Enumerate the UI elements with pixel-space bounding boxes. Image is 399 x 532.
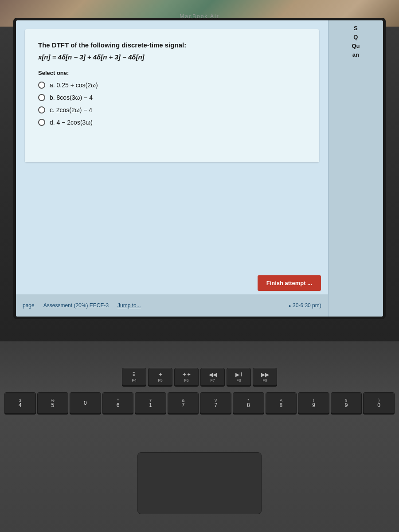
option-d-text: d. 4 − 2cos(3ω) bbox=[50, 119, 93, 126]
key-9-paren[interactable]: ( 9 bbox=[298, 392, 329, 414]
option-a[interactable]: a. 0.25 + cos(2ω) bbox=[38, 82, 306, 89]
jump-to-link[interactable]: Jump to... bbox=[117, 302, 141, 309]
option-b-text: b. 8cos(3ω) − 4 bbox=[50, 94, 93, 101]
f9-label: F9 bbox=[262, 378, 267, 383]
f8-icon: ▶II bbox=[235, 372, 243, 378]
page-label: page bbox=[23, 302, 35, 309]
time-display: ⬥ 30-6:30 pm) bbox=[288, 302, 321, 309]
f8-label: F8 bbox=[236, 378, 241, 383]
key-5-percent[interactable]: % 5 bbox=[37, 392, 69, 414]
select-one-label: Select one: bbox=[38, 70, 306, 76]
fn-key-f9[interactable]: ▶▶ F9 bbox=[253, 368, 277, 386]
screen-content: The DTFT of the following discrete-time … bbox=[16, 20, 383, 317]
number-row: $ 4 % 5 0 ^ 6 7 1 & 7 V 7 * 8 bbox=[4, 392, 395, 414]
f5-icon: ✦ bbox=[158, 372, 163, 378]
options-list: a. 0.25 + cos(2ω) b. 8cos(3ω) − 4 c. 2co… bbox=[38, 82, 306, 126]
quiz-card: The DTFT of the following discrete-time … bbox=[25, 29, 319, 162]
f5-label: F5 bbox=[158, 378, 163, 383]
key-4-dollar[interactable]: $ 4 bbox=[4, 392, 36, 414]
fn-key-f7[interactable]: ◀◀ F7 bbox=[200, 368, 225, 386]
screen-bottom-bar: page Assessment (20%) EECE-3 Jump to... … bbox=[16, 294, 328, 317]
fn-key-row: ⠿ F4 ✦ F5 ✦✦ F6 ◀◀ F7 ▶II F8 ▶▶ F9 bbox=[9, 368, 390, 386]
screen-bezel: The DTFT of the following discrete-time … bbox=[13, 18, 386, 319]
radio-c[interactable] bbox=[38, 106, 45, 113]
option-d[interactable]: d. 4 − 2cos(3ω) bbox=[38, 119, 306, 126]
macbook-label: MacBook Air bbox=[180, 13, 219, 20]
right-sidebar: S Q Qu an bbox=[328, 20, 383, 317]
question-title: The DTFT of the following discrete-time … bbox=[38, 40, 306, 50]
sidebar-letter-s: S bbox=[354, 25, 358, 31]
f6-icon: ✦✦ bbox=[182, 372, 191, 378]
finish-attempt-button[interactable]: Finish attempt ... bbox=[258, 275, 321, 291]
key-6-caret[interactable]: ^ 6 bbox=[102, 392, 134, 414]
fn-key-f5[interactable]: ✦ F5 bbox=[148, 368, 172, 386]
sidebar-letter-an: an bbox=[352, 51, 359, 58]
sidebar-letter-qu: Qu bbox=[352, 43, 360, 49]
fn-key-f6[interactable]: ✦✦ F6 bbox=[174, 368, 199, 386]
f7-label: F7 bbox=[210, 378, 215, 383]
option-b[interactable]: b. 8cos(3ω) − 4 bbox=[38, 94, 306, 101]
key-7-ampersand[interactable]: & 7 bbox=[168, 392, 199, 414]
f6-label: F6 bbox=[184, 378, 189, 383]
radio-d[interactable] bbox=[38, 119, 45, 126]
fn-key-f8[interactable]: ▶II F8 bbox=[227, 368, 251, 386]
option-c[interactable]: c. 2cos(2ω) − 4 bbox=[38, 106, 306, 113]
f4-label: F4 bbox=[132, 378, 137, 383]
key-8-lambda[interactable]: Λ 8 bbox=[266, 392, 297, 414]
f4-icon: ⠿ bbox=[132, 372, 136, 378]
fn-key-f4[interactable]: ⠿ F4 bbox=[122, 368, 146, 386]
radio-b[interactable] bbox=[38, 94, 45, 101]
key-9-9[interactable]: 9 9 bbox=[331, 392, 362, 414]
key-8-star[interactable]: * 8 bbox=[233, 392, 264, 414]
key-7-1[interactable]: 7 1 bbox=[135, 392, 166, 414]
question-equation: x[n] = 4δ[n − 3] + 4δ[n + 3] − 4δ[n] bbox=[38, 53, 306, 61]
f7-icon: ◀◀ bbox=[209, 372, 217, 378]
keyboard-area: ⠿ F4 ✦ F5 ✦✦ F6 ◀◀ F7 ▶II F8 ▶▶ F9 $ 4 bbox=[0, 341, 399, 532]
key-0-close-paren[interactable]: ) 0 bbox=[363, 392, 395, 414]
assessment-text: Assessment (20%) EECE-3 bbox=[43, 302, 109, 309]
trackpad[interactable] bbox=[137, 452, 262, 514]
option-a-text: a. 0.25 + cos(2ω) bbox=[50, 82, 98, 89]
f9-icon: ▶▶ bbox=[261, 372, 269, 378]
quiz-area: The DTFT of the following discrete-time … bbox=[16, 20, 328, 317]
key-5-0[interactable]: 0 bbox=[70, 392, 101, 414]
sidebar-letter-q: Q bbox=[353, 34, 358, 40]
key-v-7[interactable]: V 7 bbox=[200, 392, 231, 414]
radio-a[interactable] bbox=[38, 82, 45, 89]
option-c-text: c. 2cos(2ω) − 4 bbox=[50, 106, 92, 113]
